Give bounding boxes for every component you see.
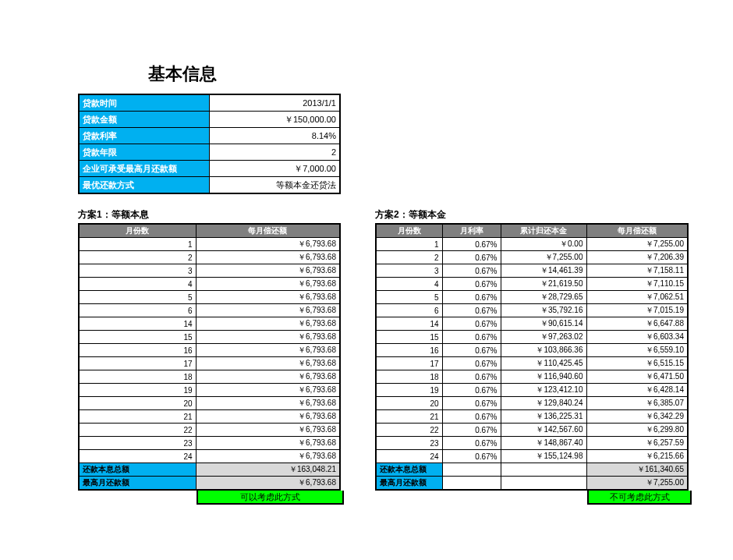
info-value: 2013/1/1 <box>210 94 341 112</box>
table-row: 20￥6,793.68 <box>79 397 340 410</box>
p2-sum-blank <box>442 463 501 477</box>
plan1-table: 月份数 每月偿还额 1￥6,793.682￥6,793.683￥6,793.68… <box>78 223 341 491</box>
p2-sum-blank <box>442 477 501 491</box>
table-row: 30.67%￥14,461.39￥7,158.11 <box>376 264 688 278</box>
p2-pay: ￥6,515.15 <box>586 357 688 370</box>
p2-pay: ￥6,299.80 <box>586 424 688 437</box>
plan2-h4: 每月偿还额 <box>586 224 688 238</box>
p2-sum-blank <box>501 463 586 477</box>
table-row: 10.67%￥0.00￥7,255.00 <box>376 238 688 251</box>
info-label: 贷款金额 <box>79 112 210 128</box>
table-row: 200.67%￥129,840.24￥6,385.07 <box>376 397 688 410</box>
table-row: 170.67%￥110,425.45￥6,515.15 <box>376 357 688 370</box>
p1-pay: ￥6,793.68 <box>196 357 340 370</box>
p2-cum: ￥142,567.60 <box>501 424 586 437</box>
table-row: 18￥6,793.68 <box>79 370 340 384</box>
table-row: 2￥6,793.68 <box>79 251 340 264</box>
table-row: 3￥6,793.68 <box>79 264 340 278</box>
p1-pay: ￥6,793.68 <box>196 291 340 304</box>
p2-cum: ￥28,729.65 <box>501 291 586 304</box>
p1-pay: ￥6,793.68 <box>196 370 340 384</box>
p2-month: 19 <box>376 384 442 397</box>
p2-month: 4 <box>376 278 442 291</box>
p2-pay: ￥7,110.15 <box>586 278 688 291</box>
p2-rate: 0.67% <box>442 410 501 424</box>
p2-month: 22 <box>376 424 442 437</box>
table-row: 210.67%￥136,225.31￥6,342.29 <box>376 410 688 424</box>
p1-month: 16 <box>79 344 196 357</box>
plan2-title: 方案2：等额本金 <box>375 208 692 222</box>
table-row: 150.67%￥97,263.02￥6,603.34 <box>376 331 688 344</box>
p2-cum: ￥110,425.45 <box>501 357 586 370</box>
plan2-table: 月份数 月利率 累计归还本金 每月偿还额 10.67%￥0.00￥7,255.0… <box>375 223 689 491</box>
p1-month: 23 <box>79 437 196 450</box>
p2-pay: ￥6,428.14 <box>586 384 688 397</box>
p2-pay: ￥6,471.50 <box>586 370 688 384</box>
p2-rate: 0.67% <box>442 238 501 251</box>
p1-pay: ￥6,793.68 <box>196 410 340 424</box>
p2-sum-blank <box>501 477 586 491</box>
table-row: 60.67%￥35,792.16￥7,015.19 <box>376 304 688 317</box>
p2-rate: 0.67% <box>442 317 501 331</box>
p2-pay: ￥7,206.39 <box>586 251 688 264</box>
plan1: 方案1：等额本息 月份数 每月偿还额 1￥6,793.682￥6,793.683… <box>78 208 344 505</box>
plan2-h1: 月份数 <box>376 224 442 238</box>
p1-month: 2 <box>79 251 196 264</box>
p2-cum: ￥155,124.98 <box>501 450 586 463</box>
p2-cum: ￥90,615.14 <box>501 317 586 331</box>
table-row: 180.67%￥116,940.60￥6,471.50 <box>376 370 688 384</box>
p2-cum: ￥136,225.31 <box>501 410 586 424</box>
table-row: 19￥6,793.68 <box>79 384 340 397</box>
p2-cum: ￥35,792.16 <box>501 304 586 317</box>
p2-cum: ￥103,866.36 <box>501 344 586 357</box>
table-row: 22￥6,793.68 <box>79 424 340 437</box>
p2-month: 17 <box>376 357 442 370</box>
p2-month: 3 <box>376 264 442 278</box>
p2-month: 18 <box>376 370 442 384</box>
p2-pay: ￥6,559.10 <box>586 344 688 357</box>
p1-pay: ￥6,793.68 <box>196 450 340 463</box>
table-row: 230.67%￥148,867.40￥6,257.59 <box>376 437 688 450</box>
p2-pay: ￥6,647.88 <box>586 317 688 331</box>
p2-cum: ￥0.00 <box>501 238 586 251</box>
p2-pay: ￥7,158.11 <box>586 264 688 278</box>
p2-rate: 0.67% <box>442 264 501 278</box>
p2-pay: ￥6,385.07 <box>586 397 688 410</box>
p1-month: 1 <box>79 238 196 251</box>
p2-rate: 0.67% <box>442 344 501 357</box>
p2-month: 6 <box>376 304 442 317</box>
info-value: ￥150,000.00 <box>210 112 341 128</box>
p2-rate: 0.67% <box>442 331 501 344</box>
info-label: 贷款时间 <box>79 94 210 112</box>
p2-sum-label: 最高月还款额 <box>376 477 442 491</box>
plan1-verdict: 可以考虑此方式 <box>197 491 344 505</box>
p1-pay: ￥6,793.68 <box>196 264 340 278</box>
table-row: 14￥6,793.68 <box>79 317 340 331</box>
p1-pay: ￥6,793.68 <box>196 251 340 264</box>
info-label: 贷款利率 <box>79 128 210 144</box>
table-row: 140.67%￥90,615.14￥6,647.88 <box>376 317 688 331</box>
p1-month: 24 <box>79 450 196 463</box>
p2-month: 1 <box>376 238 442 251</box>
table-row: 15￥6,793.68 <box>79 331 340 344</box>
p1-month: 20 <box>79 397 196 410</box>
p2-cum: ￥148,867.40 <box>501 437 586 450</box>
p2-cum: ￥7,255.00 <box>501 251 586 264</box>
p1-sum-label: 还款本息总额 <box>79 463 196 477</box>
plan2-h3: 累计归还本金 <box>501 224 586 238</box>
p2-rate: 0.67% <box>442 437 501 450</box>
table-row: 16￥6,793.68 <box>79 344 340 357</box>
p2-rate: 0.67% <box>442 450 501 463</box>
p2-cum: ￥21,619.50 <box>501 278 586 291</box>
table-row: 24￥6,793.68 <box>79 450 340 463</box>
table-row: 21￥6,793.68 <box>79 410 340 424</box>
p2-month: 21 <box>376 410 442 424</box>
table-row: 4￥6,793.68 <box>79 278 340 291</box>
p1-pay: ￥6,793.68 <box>196 304 340 317</box>
p1-pay: ￥6,793.68 <box>196 344 340 357</box>
p1-pay: ￥6,793.68 <box>196 397 340 410</box>
table-row: 40.67%￥21,619.50￥7,110.15 <box>376 278 688 291</box>
p1-pay: ￥6,793.68 <box>196 384 340 397</box>
p2-rate: 0.67% <box>442 357 501 370</box>
p2-month: 14 <box>376 317 442 331</box>
